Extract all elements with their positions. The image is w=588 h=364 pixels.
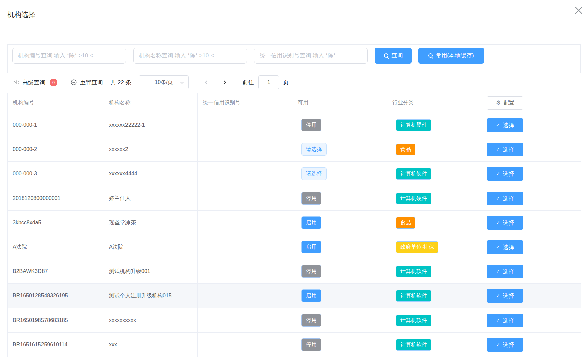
industry-tag[interactable]: 计算机软件 [396,339,431,351]
status-badge[interactable]: 启用 [301,241,321,253]
prev-page-button[interactable] [203,79,209,85]
credit-code-cell [198,113,292,137]
industry-tag[interactable]: 计算机软件 [396,315,431,326]
status-badge[interactable]: 启用 [301,289,321,302]
select-button[interactable]: ✓ 选择 [487,314,523,327]
favorites-button[interactable]: 常用(本地缓存) [418,48,484,64]
table-row: B2BAWK3D87 测试机构升级001 停用 计算机软件 ✓ 选择 [8,259,581,284]
select-button-label: 选择 [503,341,514,349]
check-icon: ✓ [496,195,500,201]
select-button[interactable]: ✓ 选择 [487,240,523,254]
action-cell: ✓ 选择 [486,162,581,186]
select-button[interactable]: ✓ 选择 [487,265,523,278]
select-button[interactable]: ✓ 选择 [487,167,523,181]
circle-minus-icon [70,79,77,86]
select-button[interactable]: ✓ 选择 [487,192,523,205]
reset-query-label: 重置查询 [80,79,103,86]
query-button[interactable]: 查询 [375,48,412,64]
goto-page-input[interactable] [258,75,279,89]
select-button[interactable]: ✓ 选择 [487,143,523,156]
select-button-label: 选择 [503,243,514,251]
select-button-label: 选择 [503,268,514,275]
credit-code-cell [198,186,292,211]
org-name-cell: 瑶圣堂凉茶 [104,211,198,235]
action-cell: ✓ 选择 [486,333,581,357]
advanced-query-label: 高级查询 [22,79,45,86]
select-button-label: 选择 [503,121,514,129]
industry-tag[interactable]: 计算机软件 [396,266,431,277]
chevron-down-icon [180,80,184,86]
org-name-cell: xxxxxx2 [104,137,198,162]
action-cell: ✓ 选择 [486,211,581,235]
org-code-cell: 000-000-1 [8,113,104,137]
industry-tag[interactable]: 食品 [396,144,415,155]
status-badge[interactable]: 停用 [301,338,321,351]
credit-code-cell [198,259,292,284]
org-name-search-input[interactable] [133,48,247,64]
config-button[interactable]: ⚙ 配置 [487,96,523,110]
close-button[interactable] [572,4,585,17]
status-badge[interactable]: 请选择 [301,143,327,156]
table-row: 000-000-3 xxxxxx4444 请选择 计算机硬件 ✓ 选择 [8,162,581,186]
check-icon: ✓ [496,171,500,177]
table-row: A法院 A法院 启用 政府单位-社保 ✓ 选择 [8,235,581,259]
status-badge[interactable]: 请选择 [301,167,327,180]
status-badge[interactable]: 停用 [301,119,321,131]
header-org-code: 机构编号 [8,93,104,113]
org-code-cell: 2018120800000001 [8,186,104,211]
page-size-select[interactable]: 10条/页 [139,75,189,89]
next-page-button[interactable] [222,79,228,85]
status-cell: 停用 [292,186,387,211]
org-name-cell: 测试机构升级001 [104,259,198,284]
header-action: ⚙ 配置 [486,93,581,113]
status-badge[interactable]: 停用 [301,192,321,205]
org-code-cell: BR1650128548326195 [8,284,104,308]
query-button-label: 查询 [391,52,403,59]
industry-tag[interactable]: 政府单位-社保 [396,241,438,253]
status-cell: 停用 [292,308,387,333]
status-badge[interactable]: 停用 [301,314,321,327]
select-button[interactable]: ✓ 选择 [487,118,523,132]
industry-cell: 计算机硬件 [387,113,486,137]
org-code-search-input[interactable] [12,48,126,64]
select-button-label: 选择 [503,170,514,178]
page-title: 机构选择 [7,0,581,19]
select-button-label: 选择 [503,317,514,324]
credit-code-search-input[interactable] [254,48,368,64]
industry-tag[interactable]: 计算机硬件 [396,193,431,204]
check-icon: ✓ [496,146,500,152]
industry-cell: 食品 [387,137,486,162]
industry-tag[interactable]: 食品 [396,217,415,229]
org-name-cell: xxx [104,333,198,357]
check-icon: ✓ [496,293,500,299]
industry-tag[interactable]: 计算机硬件 [396,168,431,180]
favorites-button-label: 常用(本地缓存) [436,52,474,59]
industry-tag[interactable]: 计算机软件 [396,290,431,302]
industry-tag[interactable]: 计算机硬件 [396,119,431,131]
advanced-query-button[interactable]: 高级查询 0 [13,79,57,86]
status-cell: 启用 [292,211,387,235]
advanced-query-icon [13,79,19,86]
select-button[interactable]: ✓ 选择 [487,289,523,303]
credit-code-cell [198,284,292,308]
status-badge[interactable]: 启用 [301,216,321,229]
status-cell: 启用 [292,284,387,308]
table-row: 3kbcc8xda5 瑶圣堂凉茶 启用 食品 ✓ 选择 [8,211,581,235]
reset-query-button[interactable]: 重置查询 [70,79,103,86]
select-button[interactable]: ✓ 选择 [487,338,523,352]
status-badge[interactable]: 停用 [301,265,321,278]
industry-cell: 计算机软件 [387,333,486,357]
org-name-cell: 测试个人注册升级机构015 [104,284,198,308]
action-cell: ✓ 选择 [486,186,581,211]
table-row: 000-000-1 xxxxxx22222-1 停用 计算机硬件 ✓ 选择 [8,113,581,137]
select-button[interactable]: ✓ 选择 [487,216,523,230]
advanced-query-badge: 0 [50,79,57,86]
org-code-cell: 000-000-3 [8,162,104,186]
table-row: BR1650198578683185 xxxxxxxxxx 停用 计算机软件 ✓… [8,308,581,333]
goto-page-unit: 页 [283,79,289,86]
check-icon: ✓ [496,122,500,128]
search-panel: 查询 常用(本地缓存) [7,44,581,73]
check-icon: ✓ [496,317,500,323]
check-icon: ✓ [496,342,500,348]
action-cell: ✓ 选择 [486,113,581,137]
